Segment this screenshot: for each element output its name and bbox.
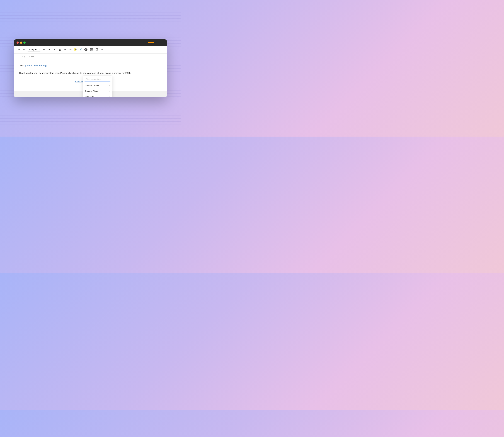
merge-tags-dropdown: Contact Details › Custom Fields › Donati… bbox=[83, 76, 112, 97]
font-color-button[interactable]: A ▾ bbox=[68, 48, 73, 52]
merge-tags-button[interactable]: ⊕ ▾ bbox=[84, 48, 89, 52]
svg-text:1.: 1. bbox=[17, 56, 19, 58]
font-color-chevron: ▾ bbox=[71, 49, 72, 50]
menu-item-contact-details-label: Contact Details bbox=[85, 84, 99, 87]
menu-item-donations[interactable]: Donations › bbox=[83, 94, 112, 97]
undo-button[interactable]: ↩ bbox=[17, 48, 21, 52]
ordered-list-chevron[interactable]: ▾ bbox=[22, 56, 23, 58]
highlight-icon: A bbox=[74, 48, 76, 51]
unordered-list-chevron[interactable]: ▾ bbox=[29, 56, 30, 58]
progress-indicator bbox=[148, 42, 154, 43]
menu-item-custom-fields-chevron: › bbox=[109, 90, 110, 92]
traffic-lights bbox=[17, 41, 26, 44]
highlight-chevron: ▾ bbox=[76, 49, 77, 50]
redo-button[interactable]: ↪ bbox=[22, 48, 26, 52]
unordered-list-icon bbox=[24, 56, 27, 58]
minimize-button[interactable] bbox=[20, 41, 22, 44]
hr-button[interactable] bbox=[30, 54, 35, 59]
maximize-button[interactable] bbox=[23, 41, 26, 44]
first-name-merge-tag: {{contact.first_name}} bbox=[25, 64, 47, 67]
paragraph-select[interactable]: Paragraph ▾ bbox=[27, 48, 41, 51]
salutation-text: Dear bbox=[19, 64, 25, 67]
video-icon bbox=[95, 48, 98, 51]
merge-tags-menu: Contact Details › Custom Fields › Donati… bbox=[83, 76, 112, 97]
highlight-button[interactable]: A ▾ bbox=[74, 48, 78, 52]
toolbar-row2: 1. ▾ ▾ bbox=[14, 54, 167, 60]
menu-item-contact-details[interactable]: Contact Details › bbox=[83, 83, 112, 88]
merge-tags-icon-group: ⊕ ▾ bbox=[84, 48, 88, 51]
body-text: Thank you for your generosity this year.… bbox=[19, 71, 162, 75]
italic-button[interactable]: I bbox=[52, 48, 57, 52]
link-button[interactable]: 🔗 bbox=[79, 48, 83, 52]
editor-area: ↩ ↪ Paragraph ▾ B I U S A ▾ A ▾ bbox=[14, 46, 167, 97]
salutation-line: Dear {{contact.first_name}}, bbox=[19, 64, 162, 67]
align-icon bbox=[43, 49, 45, 50]
underline-button[interactable]: U bbox=[58, 48, 62, 52]
menu-item-donations-label: Donations bbox=[85, 95, 95, 97]
editor-window: ↩ ↪ Paragraph ▾ B I U S A ▾ A ▾ bbox=[14, 39, 167, 97]
titlebar bbox=[14, 39, 167, 46]
paragraph-chevron: ▾ bbox=[39, 49, 39, 50]
editor-content-wrapper: Dear {{contact.first_name}}, Thank you f… bbox=[14, 60, 167, 91]
unordered-list-button[interactable] bbox=[24, 54, 28, 59]
menu-item-donations-chevron: › bbox=[109, 96, 110, 97]
svg-point-7 bbox=[24, 56, 25, 57]
menu-item-contact-details-chevron: › bbox=[109, 85, 110, 87]
svg-marker-3 bbox=[97, 49, 98, 50]
video-button[interactable] bbox=[95, 48, 99, 52]
menu-item-custom-fields-label: Custom Fields bbox=[85, 90, 98, 92]
bold-button[interactable]: B bbox=[47, 48, 51, 52]
comma-text: , bbox=[47, 64, 47, 67]
emoji-button[interactable]: ☺ bbox=[100, 48, 105, 52]
align-button[interactable] bbox=[42, 48, 46, 52]
ordered-list-icon: 1. bbox=[17, 56, 20, 58]
horizontal-rule-icon bbox=[31, 57, 34, 57]
strikethrough-button[interactable]: S bbox=[63, 48, 67, 52]
svg-point-9 bbox=[24, 57, 25, 58]
image-icon bbox=[90, 48, 93, 51]
filter-input[interactable] bbox=[84, 77, 111, 81]
menu-item-custom-fields[interactable]: Custom Fields › bbox=[83, 88, 112, 94]
close-button[interactable] bbox=[17, 41, 19, 44]
font-color-icon: A bbox=[69, 48, 71, 51]
merge-tags-chevron: ▾ bbox=[87, 49, 88, 50]
paragraph-label: Paragraph bbox=[29, 48, 38, 51]
filter-input-wrapper bbox=[83, 76, 112, 83]
merge-tags-icon: ⊕ bbox=[84, 48, 87, 51]
ordered-list-button[interactable]: 1. bbox=[17, 54, 21, 59]
toolbar-row1: ↩ ↪ Paragraph ▾ B I U S A ▾ A ▾ bbox=[14, 46, 167, 54]
image-button[interactable] bbox=[89, 48, 94, 52]
